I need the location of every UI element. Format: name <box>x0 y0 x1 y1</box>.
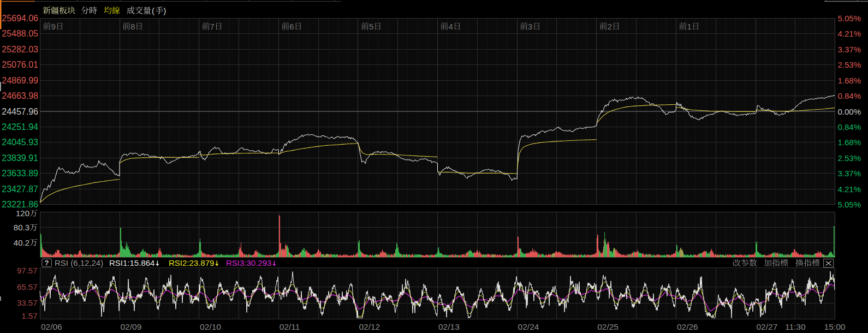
svg-text:8: 8 <box>130 22 135 31</box>
svg-text:2: 2 <box>608 22 612 31</box>
svg-text:0.84%: 0.84% <box>838 91 861 100</box>
svg-text:25282.03: 25282.03 <box>2 45 38 54</box>
svg-text:02/24: 02/24 <box>518 322 539 331</box>
svg-text:9: 9 <box>51 22 55 31</box>
svg-text:3: 3 <box>528 22 532 31</box>
svg-text:23633.89: 23633.89 <box>2 169 38 178</box>
svg-text:25488.05: 25488.05 <box>2 29 38 38</box>
svg-text:02/25: 02/25 <box>597 322 619 331</box>
svg-text:120: 120 <box>16 209 29 218</box>
svg-text:7: 7 <box>210 22 215 31</box>
svg-text:?: ? <box>45 259 49 267</box>
svg-text:6: 6 <box>289 22 294 31</box>
svg-text:25076.01: 25076.01 <box>2 60 38 69</box>
svg-text:2.53%: 2.53% <box>838 60 861 69</box>
svg-text:24663.98: 24663.98 <box>2 91 38 100</box>
svg-text:25694.06: 25694.06 <box>2 14 38 23</box>
svg-text:11:30: 11:30 <box>785 322 806 331</box>
svg-text:RSI3:30.293: RSI3:30.293 <box>226 258 271 267</box>
svg-text:1.68%: 1.68% <box>838 76 861 85</box>
svg-text:3.37%: 3.37% <box>838 169 861 178</box>
svg-text:02/10: 02/10 <box>200 322 221 331</box>
svg-text:0.84%: 0.84% <box>838 122 861 132</box>
svg-text:4: 4 <box>449 22 453 31</box>
svg-text:02/13: 02/13 <box>438 322 460 331</box>
svg-text:97.57: 97.57 <box>17 266 38 275</box>
svg-text:RSI2:23.879: RSI2:23.879 <box>169 258 214 267</box>
svg-text:02/26: 02/26 <box>677 322 698 331</box>
svg-text:24251.94: 24251.94 <box>2 122 38 132</box>
svg-text:1.68%: 1.68% <box>838 138 861 147</box>
svg-text:02/11: 02/11 <box>280 322 300 331</box>
svg-text:1.57: 1.57 <box>21 311 37 320</box>
svg-text:5.05%: 5.05% <box>838 200 861 209</box>
svg-text:(: ( <box>152 6 154 15</box>
svg-text:1: 1 <box>687 22 691 31</box>
svg-text:): ) <box>163 6 166 15</box>
svg-text:5.05%: 5.05% <box>838 14 861 23</box>
svg-text:33.57: 33.57 <box>17 298 38 307</box>
svg-text:02/27: 02/27 <box>757 322 778 331</box>
svg-text:RSI (6,12,24): RSI (6,12,24) <box>55 258 103 267</box>
svg-text:24045.93: 24045.93 <box>2 138 38 147</box>
svg-text:23221.86: 23221.86 <box>2 200 38 209</box>
svg-text:02/09: 02/09 <box>121 322 142 331</box>
svg-text:80.3: 80.3 <box>14 223 29 232</box>
svg-text:23427.87: 23427.87 <box>2 185 38 194</box>
svg-text:24869.99: 24869.99 <box>2 76 38 85</box>
svg-text:40.2: 40.2 <box>14 238 29 247</box>
svg-text:4.21%: 4.21% <box>838 185 861 194</box>
svg-text:5: 5 <box>369 22 373 31</box>
svg-text:4.21%: 4.21% <box>838 29 861 38</box>
svg-text:0.00%: 0.00% <box>838 107 861 116</box>
svg-text:15:00: 15:00 <box>824 322 846 331</box>
svg-text:2.53%: 2.53% <box>838 153 861 163</box>
svg-text:02/06: 02/06 <box>41 322 62 331</box>
svg-text:65.57: 65.57 <box>17 282 38 292</box>
svg-text:02/12: 02/12 <box>359 322 380 331</box>
svg-text:RSI1:15.864: RSI1:15.864 <box>109 258 154 267</box>
svg-text:24457.96: 24457.96 <box>2 107 38 116</box>
svg-text:3.37%: 3.37% <box>838 45 861 54</box>
svg-text:23839.91: 23839.91 <box>2 153 38 163</box>
